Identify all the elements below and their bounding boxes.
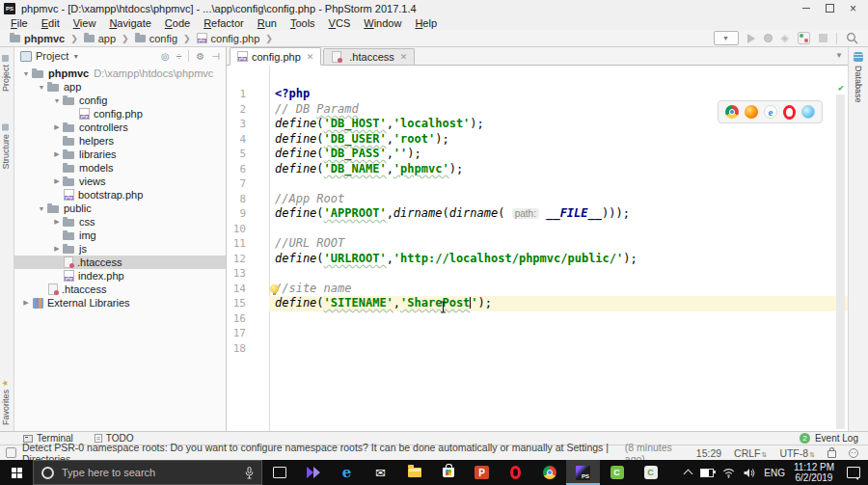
taskbar-app-app-purple[interactable] [296,460,330,485]
code-line-12[interactable]: 12define('URLROOT','http://localhost/php… [227,252,848,267]
taskbar-app-edge[interactable] [330,460,364,485]
tree-item-config-php[interactable]: config.php [14,107,226,121]
tree-item-bootstrap-php[interactable]: bootstrap.php [14,188,226,202]
expander-closed-icon[interactable]: ▶ [51,218,63,226]
locate-file-icon[interactable]: ◎ [161,51,170,62]
taskbar-app-phpstorm[interactable] [566,460,600,485]
tree-item-config[interactable]: ▼config [14,94,226,107]
tree-item-css[interactable]: ▶css [14,215,226,229]
code-line-9[interactable]: 9define('APPROOT',dirname(dirname( path:… [227,206,848,222]
line-number[interactable]: 15 [227,296,269,311]
tree-item-views[interactable]: ▶views [14,175,226,188]
tree-item-htaccess[interactable]: .htaccess [14,283,226,296]
expander-open-icon[interactable]: ▼ [36,205,47,212]
menu-item-edit[interactable]: Edit [35,17,67,29]
code-line-10[interactable]: 10 [227,222,848,237]
chrome-browser-icon[interactable] [725,105,739,119]
taskbar-search-box[interactable]: Type here to search [33,460,262,485]
line-ending-selector[interactable]: CRLF⇅ [734,447,767,459]
line-number[interactable]: 13 [227,266,269,282]
line-number[interactable]: 4 [227,132,269,148]
code-line-5[interactable]: 5define('DB_PASS',''); [227,147,848,162]
menu-item-tools[interactable]: Tools [284,17,322,29]
microphone-icon[interactable] [245,467,254,479]
tree-item-img[interactable]: img [14,229,226,242]
code-line-18[interactable]: 18 [227,341,848,357]
tree-item-public[interactable]: ▼public [14,202,226,215]
gear-icon[interactable]: ⚙ [196,51,204,62]
menu-item-run[interactable]: Run [251,17,284,29]
line-number[interactable]: 8 [227,192,269,207]
line-number[interactable]: 3 [227,117,269,132]
tree-item-index-php[interactable]: index.php [14,269,226,283]
opera-browser-icon[interactable] [783,105,796,120]
expander-open-icon[interactable]: ▼ [36,84,47,91]
expander-closed-icon[interactable]: ▶ [51,177,63,185]
taskbar-app-chrome[interactable] [532,460,566,485]
line-number[interactable]: 10 [227,222,269,237]
line-number[interactable]: 12 [227,252,269,267]
taskbar-app-camtasia-green[interactable] [600,460,634,485]
line-number[interactable]: 1 [227,87,269,102]
readonly-lock-icon[interactable] [827,450,836,458]
menu-item-code[interactable]: Code [158,17,197,29]
breadcrumb-item-phpmvc[interactable]: phpmvc [10,33,65,44]
line-number[interactable]: 5 [227,147,269,162]
line-number[interactable]: 2 [227,102,269,118]
debug-icon[interactable] [764,34,773,42]
inspection-ok-icon[interactable]: ✔ [838,82,844,93]
line-number[interactable]: 9 [227,206,269,222]
line-number[interactable]: 17 [227,326,269,341]
tool-tab-project[interactable]: Project [1,55,11,92]
chevron-down-icon[interactable]: ▼ [72,53,79,60]
close-icon[interactable]: × [850,4,856,13]
firefox-browser-icon[interactable] [745,105,758,119]
tree-item-controllers[interactable]: ▶controllers [14,121,226,134]
expander-closed-icon[interactable]: ▶ [51,150,63,158]
expander-open-icon[interactable]: ▼ [20,70,32,77]
battery-icon[interactable] [700,469,714,477]
language-indicator[interactable]: ENG [764,468,785,478]
editor-tab-config-php[interactable]: config.php✕ [230,47,321,66]
hide-panel-icon[interactable]: ⊣ [211,51,220,62]
code-line-15[interactable]: 15define('SITENAME','SharePost'); [227,296,848,311]
volume-icon[interactable] [744,468,755,478]
taskbar-app-explorer[interactable] [397,460,431,485]
intention-bulb-icon[interactable] [270,284,279,293]
code-line-7[interactable]: 7 [227,176,848,192]
line-number[interactable]: 11 [227,236,269,252]
tool-tab-favorites[interactable]: Favorites★ [1,387,11,425]
breadcrumb-item-config[interactable]: config [135,33,177,44]
code-line-14[interactable]: 14//site name [227,282,848,297]
menu-item-vcs[interactable]: VCS [322,17,358,29]
line-number[interactable]: 7 [227,176,269,192]
code-editor[interactable]: 1<?php2// DB Paramd3define('DB_HOST','lo… [227,66,848,431]
expander-open-icon[interactable]: ▼ [51,97,63,104]
run-configuration-selector[interactable]: ▼ [714,31,739,45]
tree-item-libraries[interactable]: ▶libraries [14,148,226,161]
title-bar[interactable]: PS phpmvc - [D:\xampp\htdocs\phpmvc] - .… [0,0,868,16]
editor-scrollbar[interactable] [836,94,845,429]
close-tab-icon[interactable]: ✕ [400,52,408,62]
taskbar-app-opera[interactable] [499,460,532,485]
tray-expand-chevron-icon[interactable] [684,470,693,479]
menu-item-window[interactable]: Window [357,17,408,29]
code-line-8[interactable]: 8//App Root [227,192,848,207]
line-number[interactable]: 16 [227,311,269,327]
wifi-icon[interactable] [722,468,735,478]
tree-item-js[interactable]: ▶js [14,242,226,256]
code-line-17[interactable]: 17 [227,326,848,341]
close-tab-icon[interactable]: ✕ [307,52,314,62]
tree-item-models[interactable]: models [14,161,226,175]
line-number[interactable]: 18 [227,341,269,357]
search-everywhere-icon[interactable] [846,32,858,44]
caret-position[interactable]: 15:29 [696,447,721,459]
menu-item-navigate[interactable]: Navigate [102,17,157,29]
taskbar-app-store[interactable] [431,460,465,485]
menu-item-file[interactable]: File [4,17,35,29]
tool-tab-structure[interactable]: Structure [1,124,11,170]
tree-item-phpmvc[interactable]: ▼phpmvcD:\xampp\htdocs\phpmvc [14,67,226,80]
hector-inspector-icon[interactable] [849,448,858,458]
code-line-6[interactable]: 6define('DB_NAME','phpmvc'); [227,162,848,177]
expander-closed-icon[interactable]: ▶ [20,299,32,307]
